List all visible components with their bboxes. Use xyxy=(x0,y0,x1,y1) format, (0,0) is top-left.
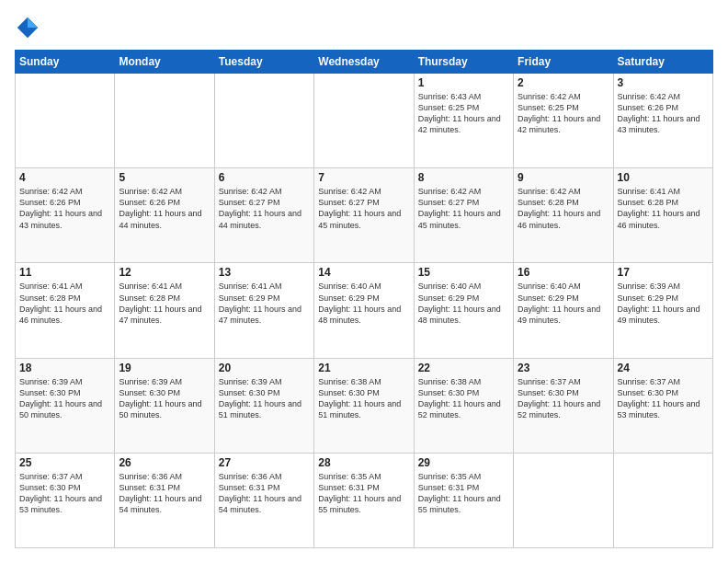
calendar-cell: 20Sunrise: 6:39 AM Sunset: 6:30 PM Dayli… xyxy=(214,358,313,453)
cell-info: Sunrise: 6:39 AM Sunset: 6:29 PM Dayligh… xyxy=(618,281,709,326)
cell-info: Sunrise: 6:42 AM Sunset: 6:26 PM Dayligh… xyxy=(119,186,210,231)
cell-info: Sunrise: 6:41 AM Sunset: 6:28 PM Dayligh… xyxy=(19,281,110,326)
cell-info: Sunrise: 6:42 AM Sunset: 6:28 PM Dayligh… xyxy=(518,186,609,231)
calendar-cell: 25Sunrise: 6:37 AM Sunset: 6:30 PM Dayli… xyxy=(16,453,115,547)
svg-marker-1 xyxy=(28,17,38,28)
calendar-cell: 15Sunrise: 6:40 AM Sunset: 6:29 PM Dayli… xyxy=(414,263,513,358)
cell-info: Sunrise: 6:40 AM Sunset: 6:29 PM Dayligh… xyxy=(418,281,509,326)
calendar-cell xyxy=(314,74,414,168)
day-header-thursday: Thursday xyxy=(414,51,513,74)
calendar-cell: 21Sunrise: 6:38 AM Sunset: 6:30 PM Dayli… xyxy=(314,358,414,453)
calendar-cell: 19Sunrise: 6:39 AM Sunset: 6:30 PM Dayli… xyxy=(115,358,214,453)
day-number: 2 xyxy=(518,76,609,89)
cell-info: Sunrise: 6:40 AM Sunset: 6:29 PM Dayligh… xyxy=(318,281,409,326)
day-number: 10 xyxy=(618,171,709,184)
day-number: 18 xyxy=(19,362,110,374)
calendar-cell: 27Sunrise: 6:36 AM Sunset: 6:31 PM Dayli… xyxy=(214,453,313,547)
day-number: 16 xyxy=(518,266,609,279)
cell-info: Sunrise: 6:41 AM Sunset: 6:28 PM Dayligh… xyxy=(119,281,210,326)
day-header-monday: Monday xyxy=(115,51,214,74)
day-number: 5 xyxy=(119,171,210,184)
day-number: 15 xyxy=(418,266,509,279)
calendar-cell: 5Sunrise: 6:42 AM Sunset: 6:26 PM Daylig… xyxy=(115,168,214,263)
day-number: 27 xyxy=(219,456,310,469)
calendar-page: SundayMondayTuesdayWednesdayThursdayFrid… xyxy=(0,0,728,563)
cell-info: Sunrise: 6:42 AM Sunset: 6:26 PM Dayligh… xyxy=(618,91,709,136)
day-number: 28 xyxy=(318,456,409,469)
day-number: 19 xyxy=(119,362,210,374)
cell-info: Sunrise: 6:38 AM Sunset: 6:30 PM Dayligh… xyxy=(418,376,509,421)
cell-info: Sunrise: 6:39 AM Sunset: 6:30 PM Dayligh… xyxy=(19,376,110,421)
calendar-cell xyxy=(16,74,115,168)
cell-info: Sunrise: 6:42 AM Sunset: 6:26 PM Dayligh… xyxy=(19,186,110,231)
cell-info: Sunrise: 6:43 AM Sunset: 6:25 PM Dayligh… xyxy=(418,91,509,136)
day-header-friday: Friday xyxy=(514,51,613,74)
day-number: 3 xyxy=(618,76,709,89)
calendar-cell: 24Sunrise: 6:37 AM Sunset: 6:30 PM Dayli… xyxy=(613,358,712,453)
week-row-3: 18Sunrise: 6:39 AM Sunset: 6:30 PM Dayli… xyxy=(16,358,713,453)
header xyxy=(15,15,713,40)
calendar-cell: 28Sunrise: 6:35 AM Sunset: 6:31 PM Dayli… xyxy=(314,453,414,547)
cell-info: Sunrise: 6:42 AM Sunset: 6:27 PM Dayligh… xyxy=(418,186,509,231)
calendar-cell: 10Sunrise: 6:41 AM Sunset: 6:28 PM Dayli… xyxy=(613,168,712,263)
day-number: 6 xyxy=(219,171,310,184)
day-header-wednesday: Wednesday xyxy=(314,51,414,74)
calendar-cell: 6Sunrise: 6:42 AM Sunset: 6:27 PM Daylig… xyxy=(214,168,313,263)
day-header-sunday: Sunday xyxy=(16,51,115,74)
cell-info: Sunrise: 6:35 AM Sunset: 6:31 PM Dayligh… xyxy=(318,471,409,516)
calendar-cell: 18Sunrise: 6:39 AM Sunset: 6:30 PM Dayli… xyxy=(16,358,115,453)
cell-info: Sunrise: 6:41 AM Sunset: 6:29 PM Dayligh… xyxy=(219,281,310,326)
logo xyxy=(15,15,44,40)
day-number: 22 xyxy=(418,362,509,374)
calendar-cell: 4Sunrise: 6:42 AM Sunset: 6:26 PM Daylig… xyxy=(16,168,115,263)
calendar-cell: 9Sunrise: 6:42 AM Sunset: 6:28 PM Daylig… xyxy=(514,168,613,263)
cell-info: Sunrise: 6:40 AM Sunset: 6:29 PM Dayligh… xyxy=(518,281,609,326)
calendar-cell: 3Sunrise: 6:42 AM Sunset: 6:26 PM Daylig… xyxy=(613,74,712,168)
cell-info: Sunrise: 6:37 AM Sunset: 6:30 PM Dayligh… xyxy=(518,376,609,421)
calendar-table: SundayMondayTuesdayWednesdayThursdayFrid… xyxy=(15,50,713,548)
week-row-4: 25Sunrise: 6:37 AM Sunset: 6:30 PM Dayli… xyxy=(16,453,713,547)
cell-info: Sunrise: 6:42 AM Sunset: 6:25 PM Dayligh… xyxy=(518,91,609,136)
day-number: 8 xyxy=(418,171,509,184)
day-number: 25 xyxy=(19,456,110,469)
day-number: 13 xyxy=(219,266,310,279)
day-number: 1 xyxy=(418,76,509,89)
day-header-tuesday: Tuesday xyxy=(214,51,313,74)
day-number: 4 xyxy=(19,171,110,184)
calendar-cell: 8Sunrise: 6:42 AM Sunset: 6:27 PM Daylig… xyxy=(414,168,513,263)
day-number: 26 xyxy=(119,456,210,469)
cell-info: Sunrise: 6:36 AM Sunset: 6:31 PM Dayligh… xyxy=(219,471,310,516)
calendar-cell: 26Sunrise: 6:36 AM Sunset: 6:31 PM Dayli… xyxy=(115,453,214,547)
header-row: SundayMondayTuesdayWednesdayThursdayFrid… xyxy=(16,51,713,74)
cell-info: Sunrise: 6:41 AM Sunset: 6:28 PM Dayligh… xyxy=(618,186,709,231)
day-number: 9 xyxy=(518,171,609,184)
cell-info: Sunrise: 6:35 AM Sunset: 6:31 PM Dayligh… xyxy=(418,471,509,516)
calendar-cell: 29Sunrise: 6:35 AM Sunset: 6:31 PM Dayli… xyxy=(414,453,513,547)
day-header-saturday: Saturday xyxy=(613,51,712,74)
day-number: 12 xyxy=(119,266,210,279)
calendar-cell: 22Sunrise: 6:38 AM Sunset: 6:30 PM Dayli… xyxy=(414,358,513,453)
calendar-cell xyxy=(115,74,214,168)
calendar-cell: 1Sunrise: 6:43 AM Sunset: 6:25 PM Daylig… xyxy=(414,74,513,168)
cell-info: Sunrise: 6:42 AM Sunset: 6:27 PM Dayligh… xyxy=(318,186,409,231)
calendar-cell: 12Sunrise: 6:41 AM Sunset: 6:28 PM Dayli… xyxy=(115,263,214,358)
day-number: 7 xyxy=(318,171,409,184)
week-row-0: 1Sunrise: 6:43 AM Sunset: 6:25 PM Daylig… xyxy=(16,74,713,168)
day-number: 11 xyxy=(19,266,110,279)
calendar-cell: 16Sunrise: 6:40 AM Sunset: 6:29 PM Dayli… xyxy=(514,263,613,358)
calendar-cell: 14Sunrise: 6:40 AM Sunset: 6:29 PM Dayli… xyxy=(314,263,414,358)
cell-info: Sunrise: 6:37 AM Sunset: 6:30 PM Dayligh… xyxy=(19,471,110,516)
day-number: 21 xyxy=(318,362,409,374)
cell-info: Sunrise: 6:42 AM Sunset: 6:27 PM Dayligh… xyxy=(219,186,310,231)
day-number: 20 xyxy=(219,362,310,374)
calendar-cell: 23Sunrise: 6:37 AM Sunset: 6:30 PM Dayli… xyxy=(514,358,613,453)
week-row-1: 4Sunrise: 6:42 AM Sunset: 6:26 PM Daylig… xyxy=(16,168,713,263)
calendar-cell: 17Sunrise: 6:39 AM Sunset: 6:29 PM Dayli… xyxy=(613,263,712,358)
cell-info: Sunrise: 6:37 AM Sunset: 6:30 PM Dayligh… xyxy=(618,376,709,421)
logo-icon xyxy=(15,15,40,40)
day-number: 17 xyxy=(618,266,709,279)
cell-info: Sunrise: 6:39 AM Sunset: 6:30 PM Dayligh… xyxy=(119,376,210,421)
calendar-cell: 13Sunrise: 6:41 AM Sunset: 6:29 PM Dayli… xyxy=(214,263,313,358)
week-row-2: 11Sunrise: 6:41 AM Sunset: 6:28 PM Dayli… xyxy=(16,263,713,358)
calendar-cell xyxy=(613,453,712,547)
